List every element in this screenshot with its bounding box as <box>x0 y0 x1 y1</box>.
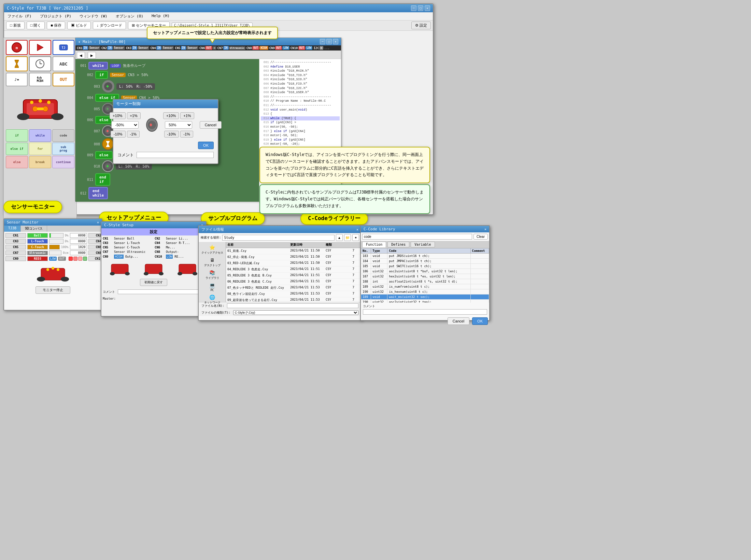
ccode-row-190b[interactable]: 190uint32asc2uint(uint32 t tno); <box>361 300 489 303</box>
continue-block-btn[interactable]: continue <box>52 156 74 168</box>
right-plus10[interactable]: +10% <box>163 112 179 119</box>
file-path[interactable]: Study <box>222 235 335 241</box>
motor-cancel-btn[interactable]: Cancel <box>200 121 222 129</box>
ccode-clear-btn[interactable]: Clear <box>473 234 488 240</box>
tab-9d[interactable]: 9Dコンパス <box>21 226 47 232</box>
pc-sidebar[interactable]: 💻 PC <box>199 281 225 293</box>
file-row-07[interactable]: 07_色タッチREDと REDLEDE 走行.Csy2023/04/21 11:… <box>226 285 361 291</box>
if-block[interactable]: if <box>95 71 108 79</box>
download-button[interactable]: ↓ ダウンロード <box>93 21 126 29</box>
endif-block[interactable]: endif <box>95 173 110 186</box>
tab-tj3b[interactable]: TJ3B <box>4 226 21 232</box>
elseif-block-btn[interactable]: else if <box>6 143 28 155</box>
music-icon-btn[interactable]: ♪= <box>6 73 28 86</box>
motor-icon-btn[interactable]: m <box>6 40 28 55</box>
ccode-row-185[interactable]: 185voidput SWITC(uint16 t ch); <box>361 264 489 269</box>
ccode-row-189b[interactable]: 189voidwait_ms(uint32 t sec); <box>361 295 489 300</box>
code-block-btn[interactable]: code <box>52 129 74 142</box>
menu-option[interactable]: オプション (O) <box>114 13 146 19</box>
file-nav-folder[interactable]: 📁 <box>344 234 351 241</box>
while-block[interactable]: while <box>88 62 108 70</box>
file-row-04[interactable]: 04_REDLEDE 3 色差走.Csy2023/04/21 11:51CSY7 <box>226 267 361 273</box>
new-button[interactable]: □ 新規 <box>6 21 25 29</box>
menu-project[interactable]: プロジェクト (P) <box>38 13 74 19</box>
motor-block-003[interactable] <box>102 80 114 92</box>
ccode-tab-defines[interactable]: Defines <box>387 242 409 247</box>
settings-button[interactable]: ⚙ 設定 <box>411 21 431 29</box>
ccode-row-187[interactable]: 187uint32hex2uint(uint8 t *es, uint32 t … <box>361 274 489 279</box>
menu-help[interactable]: Help (H) <box>150 13 172 19</box>
ccode-tab-function[interactable]: Function <box>362 242 386 247</box>
reset-btn[interactable]: 初期値に戻す <box>140 279 167 286</box>
file-row-06[interactable]: 06_REDLEDE 3 色差走 C.Csy2023/04/21 11:51CS… <box>226 279 361 285</box>
ccode-row-190a[interactable]: 190uint32is_hexnum(uint8 t c); <box>361 289 489 295</box>
wait-icon-btn[interactable] <box>6 56 28 71</box>
ccode-row-183[interactable]: 183voidput JRDS(uint16 t ch); <box>361 254 489 259</box>
menu-file[interactable]: ファイル (F) <box>5 13 34 19</box>
nav-next[interactable]: ▶ <box>88 52 96 59</box>
ccode-cancel-btn[interactable]: Cancel <box>448 317 469 325</box>
open-button[interactable]: □ 開く <box>27 21 45 29</box>
file-row-01[interactable]: 01_前進.Csy2023/04/21 11:50CSY7 <box>226 248 361 254</box>
filename-input[interactable] <box>227 303 358 308</box>
motor-icon-010[interactable] <box>102 160 114 172</box>
save-button[interactable]: ■ 保存 <box>47 21 65 29</box>
break-block-btn[interactable]: break <box>29 156 51 168</box>
robot-icon-btn[interactable]: TJ <box>53 40 74 55</box>
right-minus1[interactable]: -1% <box>180 131 193 138</box>
endwhile-block[interactable]: endwhile <box>88 187 108 199</box>
ccode-row-188[interactable]: 188intascfloat2int(uint8 t *s, uint32 t … <box>361 279 489 284</box>
for-block-btn[interactable]: for <box>29 143 51 155</box>
out-icon-btn[interactable]: OUT <box>53 73 74 86</box>
editor-maximize[interactable]: □ <box>326 39 332 44</box>
library[interactable]: 📚 ライブラリ <box>199 269 225 281</box>
quick-access[interactable]: ⭐ クイックアクセス <box>199 243 225 256</box>
file-row-09[interactable]: 09_超音波を使って止まる走行.Csy2023/04/21 11:53CSY7 <box>226 297 361 302</box>
editor-close[interactable]: ✕ <box>333 39 338 44</box>
right-minus10[interactable]: -10% <box>164 131 179 138</box>
left-minus10[interactable]: -10% <box>111 131 126 138</box>
ccode-row-186[interactable]: 186uint32asc2uint(uint8 t *buf, uint32 t… <box>361 269 489 274</box>
motor-ok-btn[interactable]: OK <box>198 142 214 149</box>
ccode-comment-input[interactable] <box>363 309 487 315</box>
right-motor-select[interactable]: 50% <box>165 121 192 129</box>
sub-block-btn[interactable]: subprog <box>52 143 74 155</box>
build-button[interactable]: ▣ ビルド <box>67 21 91 29</box>
ccode-close-btn[interactable]: ✕ <box>484 227 486 231</box>
ccode-row-189a[interactable]: 189uint32is_numfrom(uint8 t c); <box>361 284 489 289</box>
wait-icon-008[interactable] <box>102 138 114 150</box>
while-block-btn[interactable]: while <box>29 129 51 142</box>
left-motor-select[interactable]: -50% <box>111 121 139 129</box>
file-close-btn[interactable]: ✕ <box>356 228 358 231</box>
desktop[interactable]: 🖥 デスクトップ <box>199 256 225 269</box>
file-row-08[interactable]: 08_色ライン追従走行.Csy2023/04/21 11:53CSY7 <box>226 291 361 297</box>
left-minus1[interactable]: -1% <box>127 131 140 138</box>
sensor-close-btn[interactable]: ✕ <box>97 220 99 224</box>
else-block-009[interactable]: else <box>95 151 113 159</box>
filetype-select[interactable]: C-Style (*.Csy) <box>233 310 358 315</box>
left-plus1[interactable]: +1% <box>127 112 141 119</box>
file-nav-new[interactable]: ✦ <box>352 234 359 241</box>
file-row-02[interactable]: 02_停止-発進.Csy2023/04/21 11:50CSY7 <box>226 254 361 260</box>
file-row-03[interactable]: 03_RED-LED点滅.Csy2023/04/21 11:50CSY7 <box>226 260 361 267</box>
ccode-search-input[interactable] <box>362 234 472 240</box>
setup-comment-input[interactable] <box>118 289 204 294</box>
maximize-btn[interactable]: □ <box>418 5 423 11</box>
if-block-btn[interactable]: if <box>6 129 28 142</box>
else-block-btn[interactable]: else <box>6 156 28 168</box>
abc-icon-btn[interactable]: ABC <box>53 56 74 71</box>
editor-minimize[interactable]: ─ <box>320 39 325 44</box>
ccode-row-184[interactable]: 184voidput JMPAC(uint16 t ch); <box>361 259 489 264</box>
file-nav-up[interactable]: ▲ <box>336 234 343 241</box>
comment-input[interactable] <box>137 152 214 158</box>
left-plus10[interactable]: +10% <box>110 112 125 119</box>
menu-window[interactable]: ウィンドウ (W) <box>77 13 110 19</box>
ccode-ok-btn[interactable]: OK <box>472 317 488 325</box>
ccode-tab-variable[interactable]: Variable <box>411 242 435 247</box>
close-btn[interactable]: ✕ <box>425 5 430 11</box>
run-icon-btn[interactable] <box>29 40 51 55</box>
nav-prev[interactable]: ◀ <box>77 52 85 59</box>
file-list[interactable]: 名前 更新日時 種類 01_前進.Csy2023/04/21 11:50CSY7… <box>226 242 361 302</box>
monitor-stop-btn[interactable]: モニター停止 <box>36 286 70 294</box>
right-plus1[interactable]: +1% <box>180 112 194 119</box>
